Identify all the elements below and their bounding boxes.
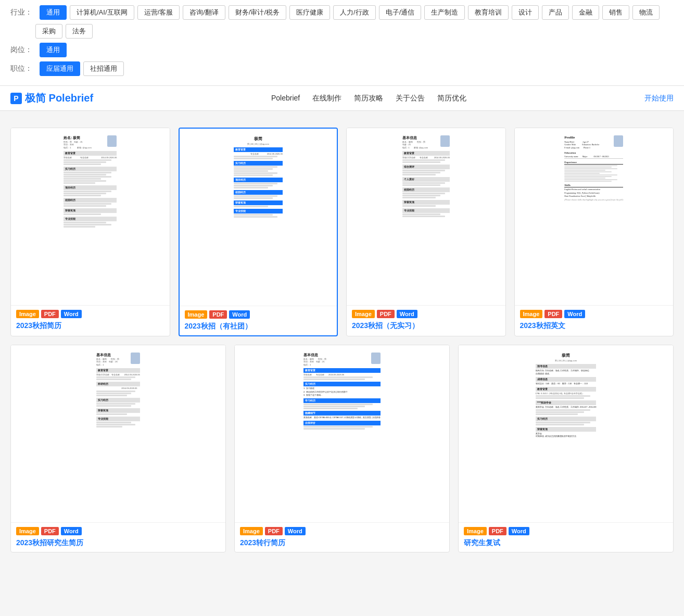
- template-footer-5: Image PDF Word 2023秋招研究生简历: [11, 522, 225, 552]
- template-preview-6: 基本信息 姓名：极简 性别：男学历：本科 年龄：25电话：1 教育背景 学校名称…: [235, 345, 449, 522]
- template-name-7: 研究生复试: [464, 538, 668, 548]
- tag-industry-manufacturing[interactable]: 生产制造: [424, 5, 465, 20]
- template-card-4[interactable]: Profile Name/Brief Age:27 Gender: Male E…: [514, 128, 674, 336]
- tag-industry-product[interactable]: 产品: [542, 5, 569, 20]
- industry-label: 行业：: [10, 8, 32, 17]
- badge-pdf-7: PDF: [489, 527, 506, 535]
- templates-row-2: 基本信息 姓名：极简 性别：男学历：本科 年龄：26电话：1 教育背景 学校/大…: [10, 345, 674, 552]
- tag-industry-general[interactable]: 通用: [40, 5, 67, 20]
- badge-image-7: Image: [464, 527, 487, 535]
- start-button[interactable]: 开始使用: [644, 94, 674, 103]
- template-name-3: 2023秋招（无实习）: [352, 321, 500, 331]
- resume-mock-5: 基本信息 姓名：极简 性别：男学历：本科 年龄：26电话：1 教育背景 学校/大…: [93, 349, 143, 431]
- brand-nav: Polebrief 在线制作 简历攻略 关于公告 简历优化: [271, 94, 466, 103]
- tag-industry-hr[interactable]: 人力/行政: [333, 5, 376, 20]
- tag-industry-finance[interactable]: 财务/审计/税务: [229, 5, 286, 20]
- industry-filter-row: 行业： 通用 计算机/AI/互联网 运营/客服 咨询/翻译 财务/审计/税务 医…: [10, 5, 674, 20]
- format-badges-1: Image PDF Word: [16, 310, 164, 318]
- template-preview-7: 极简 男 | 24 | 25 | | @qq.com 报考信息 报考方向: 方向…: [459, 345, 673, 522]
- main-content: 姓名: 极简 性别：男 年龄：25 学历：本科电话：1 邮箱: @qq.com …: [0, 111, 684, 561]
- industry-tags: 通用 计算机/AI/互联网 运营/客服 咨询/翻译 财务/审计/税务 医疗健康 …: [40, 5, 660, 20]
- template-card-3[interactable]: 基本信息 姓名：极简 性别：男年龄：25电话：1 邮箱: @qq.com 教育背…: [346, 128, 506, 336]
- format-badges-3: Image PDF Word: [352, 310, 500, 318]
- brand-logo: P 极简 Polebrief: [10, 91, 93, 105]
- badge-word-7: Word: [509, 527, 529, 535]
- nav-optimize[interactable]: 简历优化: [437, 94, 466, 103]
- template-name-5: 2023秋招研究生简历: [16, 538, 220, 548]
- resume-mock-7: 极简 男 | 24 | 25 | | @qq.com 报考信息 报考方向: 方向…: [533, 349, 600, 441]
- template-name-4: 2023秋招英文: [520, 321, 668, 331]
- badge-image-5: Image: [16, 527, 39, 535]
- badge-pdf-3: PDF: [377, 310, 395, 318]
- template-card-7[interactable]: 极简 男 | 24 | 25 | | @qq.com 报考信息 报考方向: 方向…: [458, 345, 674, 552]
- tag-jobtype-social[interactable]: 社招通用: [83, 61, 124, 76]
- tag-industry-computer[interactable]: 计算机/AI/互联网: [70, 5, 134, 20]
- format-badges-5: Image PDF Word: [16, 527, 220, 535]
- badge-pdf-4: PDF: [544, 310, 562, 318]
- badge-word-5: Word: [61, 527, 82, 535]
- badge-word-2: Word: [229, 310, 250, 319]
- template-footer-7: Image PDF Word 研究生复试: [459, 522, 673, 552]
- badge-word-3: Word: [397, 310, 417, 318]
- badge-image-2: Image: [185, 310, 208, 319]
- nav-polebrief[interactable]: Polebrief: [271, 94, 300, 103]
- tag-industry-consult[interactable]: 咨询/翻译: [183, 5, 225, 20]
- tag-jobtype-fresh[interactable]: 应届通用: [40, 61, 80, 76]
- template-name-6: 2023转行简历: [240, 538, 444, 548]
- badge-image-6: Image: [240, 527, 263, 535]
- tag-industry-legal[interactable]: 法务: [66, 24, 93, 39]
- position-label: 岗位：: [10, 45, 32, 55]
- template-footer-4: Image PDF Word 2023秋招英文: [515, 305, 674, 335]
- jobtype-filter-row: 职位： 应届通用 社招通用: [10, 61, 674, 76]
- tag-position-general[interactable]: 通用: [40, 43, 67, 57]
- tag-industry-electronics[interactable]: 电子/通信: [379, 5, 422, 20]
- resume-mock-2: 极简 男 | 24 | 25 | | @qq.com 教育背景 专业名称 201…: [231, 133, 286, 221]
- resume-mock-6: 基本信息 姓名：极简 性别：男学历：本科 年龄：25电话：1 教育背景 学校名称…: [300, 349, 384, 433]
- template-card-1[interactable]: 姓名: 极简 性别：男 年龄：25 学历：本科电话：1 邮箱: @qq.com …: [10, 128, 170, 336]
- tag-industry-education[interactable]: 教育培训: [468, 5, 509, 20]
- template-name-2: 2023秋招（有社团）: [185, 322, 332, 331]
- template-name-1: 2023秋招简历: [16, 321, 164, 331]
- badge-image-1: Image: [16, 310, 39, 318]
- template-preview-2: 极简 男 | 24 | 25 | | @qq.com 教育背景 专业名称 201…: [180, 129, 337, 306]
- nav-about[interactable]: 关于公告: [396, 94, 425, 103]
- tag-industry-design[interactable]: 设计: [512, 5, 539, 20]
- tag-industry-logistics[interactable]: 物流: [632, 5, 660, 20]
- template-footer-3: Image PDF Word 2023秋招（无实习）: [347, 305, 505, 335]
- position-filter-row: 岗位： 通用: [10, 43, 674, 57]
- badge-image-3: Image: [352, 310, 375, 318]
- format-badges-6: Image PDF Word: [240, 527, 444, 535]
- badge-word-4: Word: [564, 310, 585, 318]
- template-preview-4: Profile Name/Brief Age:27 Gender: Male E…: [515, 128, 674, 305]
- tag-industry-medical[interactable]: 医疗健康: [289, 5, 330, 20]
- resume-mock-3: 基本信息 姓名：极简 性别：男年龄：25电话：1 邮箱: @qq.com 教育背…: [399, 132, 453, 221]
- format-badges-2: Image PDF Word: [185, 310, 332, 319]
- badge-pdf-6: PDF: [265, 527, 283, 535]
- tag-industry-sales[interactable]: 销售: [602, 5, 629, 20]
- logo-text: 极简 Polebrief: [25, 91, 93, 105]
- industry-filter-row-2: 采购 法务: [35, 24, 674, 39]
- tag-industry-banking[interactable]: 金融: [572, 5, 599, 20]
- format-badges-4: Image PDF Word: [520, 310, 668, 318]
- template-footer-2: Image PDF Word 2023秋招（有社团）: [180, 306, 337, 335]
- format-badges-7: Image PDF Word: [464, 527, 668, 535]
- badge-pdf-1: PDF: [41, 310, 59, 318]
- template-card-6[interactable]: 基本信息 姓名：极简 性别：男学历：本科 年龄：25电话：1 教育背景 学校名称…: [234, 345, 450, 552]
- badge-pdf-2: PDF: [209, 310, 227, 319]
- template-card-2[interactable]: 极简 男 | 24 | 25 | | @qq.com 教育背景 专业名称 201…: [179, 128, 338, 336]
- resume-mock-4: Profile Name/Brief Age:27 Gender: Male E…: [561, 132, 626, 205]
- nav-online-make[interactable]: 在线制作: [312, 94, 341, 103]
- badge-word-1: Word: [61, 310, 82, 318]
- template-card-5[interactable]: 基本信息 姓名：极简 性别：男学历：本科 年龄：26电话：1 教育背景 学校/大…: [10, 345, 226, 552]
- nav-tips[interactable]: 简历攻略: [354, 94, 383, 103]
- tag-industry-procurement[interactable]: 采购: [35, 24, 62, 39]
- tag-industry-ops[interactable]: 运营/客服: [137, 5, 180, 20]
- badge-pdf-5: PDF: [41, 527, 59, 535]
- resume-mock-1: 姓名: 极简 性别：男 年龄：25 学历：本科电话：1 邮箱: @qq.com …: [60, 132, 120, 231]
- brand-bar: P 极简 Polebrief Polebrief 在线制作 简历攻略 关于公告 …: [0, 86, 684, 111]
- logo-icon: P: [10, 93, 22, 104]
- filter-panel: 行业： 通用 计算机/AI/互联网 运营/客服 咨询/翻译 财务/审计/税务 医…: [0, 0, 684, 86]
- template-preview-1: 姓名: 极简 性别：男 年龄：25 学历：本科电话：1 邮箱: @qq.com …: [11, 128, 170, 305]
- template-preview-5: 基本信息 姓名：极简 性别：男学历：本科 年龄：26电话：1 教育背景 学校/大…: [11, 345, 225, 522]
- badge-image-4: Image: [520, 310, 543, 318]
